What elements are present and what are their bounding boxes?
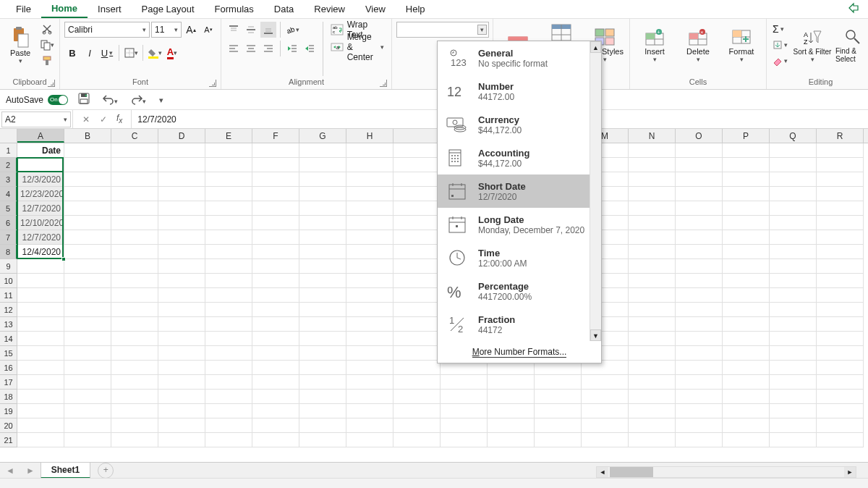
- cell[interactable]: [535, 433, 582, 447]
- cell[interactable]: [205, 375, 252, 390]
- cell[interactable]: [441, 390, 488, 404]
- cell[interactable]: [111, 433, 158, 447]
- cell[interactable]: [770, 216, 817, 230]
- cell[interactable]: [393, 274, 441, 288]
- cell[interactable]: [346, 201, 393, 216]
- cell[interactable]: [205, 245, 252, 259]
- cell[interactable]: [629, 303, 676, 317]
- cell[interactable]: [770, 274, 817, 288]
- cell[interactable]: [64, 332, 111, 346]
- cell[interactable]: [488, 404, 535, 418]
- cell[interactable]: [346, 303, 393, 317]
- cell[interactable]: [770, 375, 817, 390]
- autosave-toggle[interactable]: AutoSave On: [6, 95, 68, 105]
- underline-button[interactable]: U▾: [99, 45, 115, 61]
- autosum-button[interactable]: Σ▾: [771, 22, 789, 36]
- cell[interactable]: [676, 404, 723, 418]
- cell[interactable]: [158, 332, 205, 346]
- fill-button[interactable]: ▾: [771, 38, 789, 52]
- cell[interactable]: [299, 143, 346, 158]
- cell[interactable]: [158, 317, 205, 332]
- cell[interactable]: [205, 172, 252, 187]
- cell[interactable]: [770, 288, 817, 303]
- cell[interactable]: [770, 187, 817, 201]
- row-header[interactable]: 13: [0, 317, 17, 332]
- cell[interactable]: [346, 172, 393, 187]
- cell[interactable]: [393, 346, 441, 361]
- cell[interactable]: [205, 143, 252, 158]
- cell[interactable]: [64, 259, 111, 274]
- italic-button[interactable]: I: [82, 45, 98, 61]
- cell[interactable]: [817, 172, 864, 187]
- cell[interactable]: [770, 404, 817, 418]
- cell[interactable]: [158, 274, 205, 288]
- cell[interactable]: [676, 346, 723, 361]
- increase-font-button[interactable]: A▴: [183, 22, 199, 38]
- cell[interactable]: [723, 288, 770, 303]
- select-all-corner[interactable]: [0, 129, 17, 143]
- row-header[interactable]: 11: [0, 288, 17, 303]
- scroll-thumb[interactable]: [610, 467, 653, 477]
- cell[interactable]: [723, 303, 770, 317]
- menu-review[interactable]: Review: [304, 1, 355, 17]
- column-header[interactable]: N: [629, 129, 676, 143]
- cell[interactable]: [111, 230, 158, 245]
- cell[interactable]: [158, 230, 205, 245]
- cell[interactable]: [723, 332, 770, 346]
- cut-button[interactable]: [39, 22, 55, 36]
- align-left-button[interactable]: [226, 41, 242, 56]
- cell[interactable]: [770, 172, 817, 187]
- format-option-percentage[interactable]: %Percentage4417200.00%: [438, 274, 601, 308]
- decrease-indent-button[interactable]: [284, 41, 300, 56]
- more-number-formats-item[interactable]: More Number Formats...: [438, 341, 601, 363]
- menu-insert[interactable]: Insert: [88, 1, 132, 17]
- cell[interactable]: [299, 433, 346, 447]
- cell[interactable]: [770, 317, 817, 332]
- align-top-button[interactable]: [226, 22, 242, 38]
- cell[interactable]: [817, 288, 864, 303]
- format-option-longdate[interactable]: Long DateMonday, December 7, 2020: [438, 208, 601, 241]
- cell[interactable]: [817, 201, 864, 216]
- cell[interactable]: [111, 216, 158, 230]
- column-header[interactable]: P: [723, 129, 770, 143]
- cell[interactable]: [252, 230, 299, 245]
- cell[interactable]: [393, 332, 441, 346]
- cell[interactable]: [817, 375, 864, 390]
- cell[interactable]: [205, 259, 252, 274]
- merge-center-button[interactable]: aMerge & Center▾: [328, 39, 387, 55]
- cell[interactable]: [299, 172, 346, 187]
- font-name-select[interactable]: Calibri▾: [64, 22, 150, 38]
- cell[interactable]: [252, 187, 299, 201]
- cell[interactable]: [629, 390, 676, 404]
- cell[interactable]: [582, 404, 629, 418]
- row-header[interactable]: 20: [0, 418, 17, 433]
- cell[interactable]: [252, 390, 299, 404]
- cell[interactable]: [346, 317, 393, 332]
- cell[interactable]: [676, 288, 723, 303]
- delete-cells-button[interactable]: × Delete▾: [678, 22, 718, 70]
- cell[interactable]: [64, 187, 111, 201]
- cell[interactable]: [252, 216, 299, 230]
- decrease-font-button[interactable]: A▾: [200, 22, 216, 38]
- cell[interactable]: [629, 201, 676, 216]
- cell[interactable]: [393, 433, 441, 447]
- cell[interactable]: [252, 201, 299, 216]
- cell[interactable]: [393, 216, 441, 230]
- cell[interactable]: [770, 390, 817, 404]
- cell[interactable]: [629, 143, 676, 158]
- row-header[interactable]: 9: [0, 259, 17, 274]
- name-box[interactable]: A2▾: [1, 112, 71, 127]
- cell[interactable]: [299, 404, 346, 418]
- cell[interactable]: [629, 361, 676, 375]
- cell[interactable]: [252, 375, 299, 390]
- dialog-launcher-icon[interactable]: [209, 80, 216, 87]
- orientation-button[interactable]: ab▾: [284, 22, 300, 38]
- cell[interactable]: [111, 317, 158, 332]
- cell[interactable]: [723, 404, 770, 418]
- cell[interactable]: [676, 274, 723, 288]
- column-header[interactable]: F: [252, 129, 299, 143]
- cell[interactable]: [723, 433, 770, 447]
- cell[interactable]: [17, 303, 64, 317]
- cell[interactable]: [346, 418, 393, 433]
- row-header[interactable]: 7: [0, 230, 17, 245]
